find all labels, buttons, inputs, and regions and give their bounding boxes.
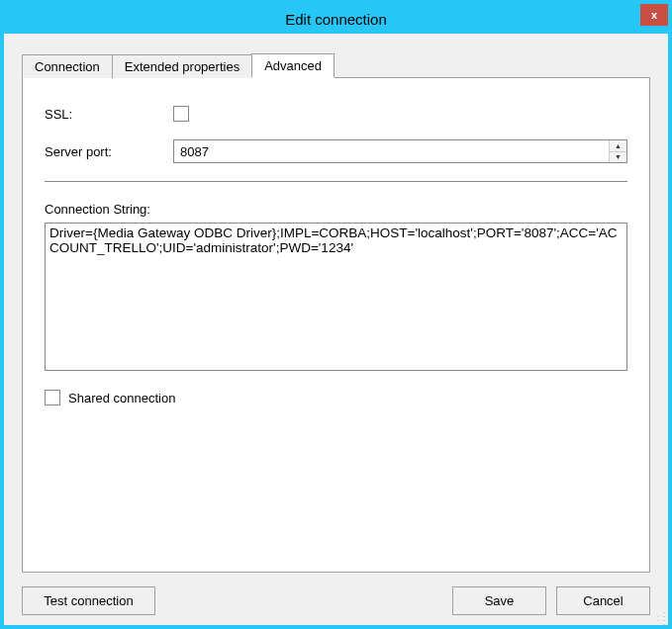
resize-grip-icon: .. .. . . [652,609,666,623]
server-port-label: Server port: [45,144,173,159]
connection-string-textarea[interactable] [45,223,627,371]
shared-connection-label: Shared connection [68,391,175,405]
server-port-input[interactable] [174,140,609,162]
chevron-down-icon: ▼ [615,153,622,160]
close-icon: x [651,9,657,21]
ssl-checkbox[interactable] [173,106,189,122]
server-port-spinner: ▲ ▼ [173,139,627,163]
ssl-row: SSL: [45,106,627,122]
save-button[interactable]: Save [452,586,546,615]
test-connection-button[interactable]: Test connection [22,586,155,615]
tab-connection[interactable]: Connection [22,54,113,78]
ssl-label: SSL: [45,107,173,122]
titlebar: Edit connection x [4,4,668,34]
client-area: Connection Extended properties Advanced … [4,34,668,625]
shared-connection-checkbox[interactable] [45,390,60,405]
spinner-down-button[interactable]: ▼ [610,152,626,163]
tab-extended-properties[interactable]: Extended properties [112,54,252,78]
spinner-buttons: ▲ ▼ [609,140,626,162]
window-title: Edit connection [285,11,387,28]
chevron-up-icon: ▲ [615,142,622,149]
tab-panel-advanced: SSL: Server port: ▲ ▼ [22,77,650,573]
close-button[interactable]: x [640,4,668,26]
spinner-up-button[interactable]: ▲ [610,140,626,152]
connection-string-label: Connection String: [45,202,627,217]
divider [45,181,627,182]
tab-strip: Connection Extended properties Advanced [22,51,650,77]
shared-connection-row: Shared connection [45,390,627,405]
tab-advanced[interactable]: Advanced [251,53,335,78]
edit-connection-window: Edit connection x Connection Extended pr… [0,0,672,629]
cancel-button[interactable]: Cancel [556,586,650,615]
button-row: Test connection Save Cancel [22,586,650,615]
server-port-row: Server port: ▲ ▼ [45,139,627,163]
